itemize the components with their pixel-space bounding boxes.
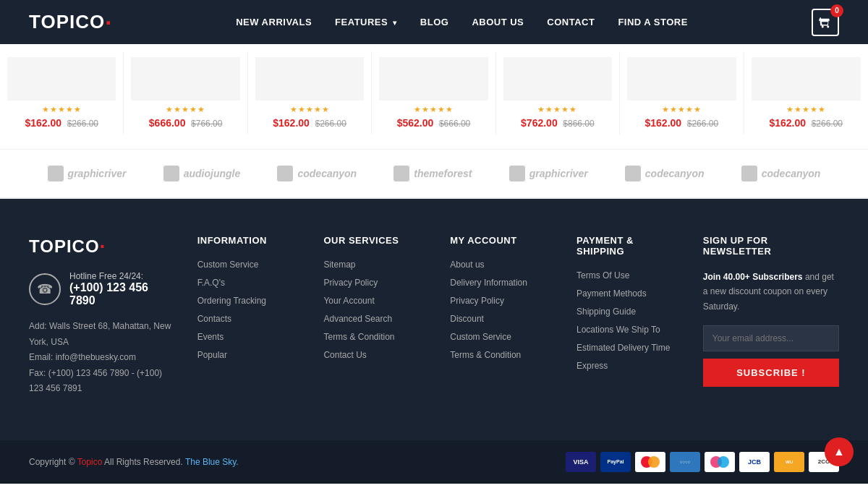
star-rating: ★★★★★ xyxy=(503,105,612,114)
brand-graphicriver-1[interactable]: graphicriver xyxy=(48,166,127,181)
footer-link[interactable]: Ordering Tracking xyxy=(197,296,266,306)
brand-codecanyon-1[interactable]: codecanyon xyxy=(277,166,357,181)
list-item[interactable]: Express xyxy=(576,360,681,371)
footer-link[interactable]: Privacy Policy xyxy=(450,296,504,306)
cart-badge: 0 xyxy=(830,4,843,17)
list-item[interactable]: Contacts xyxy=(197,313,302,324)
product-card[interactable]: ★★★★★ $762.00 $866.00 xyxy=(496,51,620,134)
nav-item-about[interactable]: ABOUT US xyxy=(472,17,524,27)
list-item[interactable]: Your Account xyxy=(323,295,428,306)
nav-menu: NEW ARRIVALS FEATURES ▾ BLOG ABOUT US CO… xyxy=(236,17,688,27)
orig-price: $266.00 xyxy=(67,119,98,129)
footer-link[interactable]: Payment Methods xyxy=(576,288,647,299)
brand-icon xyxy=(48,166,64,181)
cart-button[interactable]: 0 xyxy=(812,9,839,36)
footer-link[interactable]: Contact Us xyxy=(323,350,366,360)
brand-themeforest[interactable]: themeforest xyxy=(393,166,472,181)
list-item[interactable]: Events xyxy=(197,331,302,342)
footer-link[interactable]: Contacts xyxy=(197,314,231,324)
list-item[interactable]: Privacy Policy xyxy=(323,277,428,288)
footer-col-title: OUR SERVICES xyxy=(323,235,428,246)
footer-brand-col: TOPICO· ☎ Hotline Free 24/24: (+100) 123… xyxy=(29,235,176,397)
footer-link[interactable]: About us xyxy=(450,260,484,270)
payment-icon-mastercard xyxy=(635,452,665,472)
product-card[interactable]: ★★★★★ $562.00 $666.00 xyxy=(372,51,495,134)
brand-graphicriver-2[interactable]: graphicriver xyxy=(509,166,588,181)
brand-icon xyxy=(277,166,293,181)
list-item[interactable]: Terms & Condition xyxy=(450,349,555,360)
fax-line: Fax: (+100) 123 456 7890 - (+100) 123 45… xyxy=(29,366,176,397)
brand-link[interactable]: Topico xyxy=(77,457,103,467)
footer-link[interactable]: Popular xyxy=(197,350,227,360)
newsletter-title: SIGN UP FOR NEWSLETTER xyxy=(703,235,839,257)
footer-link[interactable]: Terms & Condition xyxy=(323,332,394,342)
product-card[interactable]: ★★★★★ $162.00 $266.00 xyxy=(744,51,868,134)
footer-link[interactable]: Your Account xyxy=(323,296,374,306)
nav-item-features[interactable]: FEATURES ▾ xyxy=(335,17,397,27)
footer-link[interactable]: Events xyxy=(197,332,224,342)
list-item[interactable]: Privacy Policy xyxy=(450,295,555,306)
nav-item-contact[interactable]: CONTACT xyxy=(547,17,595,27)
brand-audiojungle[interactable]: audiojungle xyxy=(163,166,241,181)
footer-link[interactable]: Shipping Guide xyxy=(576,307,636,317)
list-item[interactable]: Contact Us xyxy=(323,349,428,360)
list-item[interactable]: Ordering Tracking xyxy=(197,295,302,306)
designer-link[interactable]: The Blue Sky. xyxy=(185,457,239,467)
nav-link-find-store[interactable]: FIND A STORE xyxy=(618,17,688,27)
footer-link[interactable]: Custom Service xyxy=(197,260,259,270)
footer-logo-dot: · xyxy=(100,235,106,258)
scroll-top-button[interactable]: ▲ xyxy=(825,437,854,466)
list-item[interactable]: Payment Methods xyxy=(576,288,681,299)
product-card[interactable]: ★★★★★ $162.00 $266.00 xyxy=(0,51,124,134)
newsletter-subscribe-button[interactable]: Subscribe ! xyxy=(703,359,839,387)
nav-link-features[interactable]: FEATURES ▾ xyxy=(335,17,397,27)
nav-link-about[interactable]: ABOUT US xyxy=(472,17,524,27)
product-card[interactable]: ★★★★★ $666.00 $766.00 xyxy=(124,51,247,134)
product-card[interactable]: ★★★★★ $162.00 $266.00 xyxy=(248,51,372,134)
footer-link[interactable]: Delivery Information xyxy=(450,278,527,288)
payment-icon-visa: VISA xyxy=(566,452,596,472)
list-item[interactable]: Custom Service xyxy=(197,259,302,270)
product-image xyxy=(627,57,736,100)
list-item[interactable]: About us xyxy=(450,259,555,270)
star-rating: ★★★★★ xyxy=(752,105,861,114)
footer-link[interactable]: Advanced Search xyxy=(323,314,392,324)
nav-link-blog[interactable]: BLOG xyxy=(420,17,449,27)
payment-icon-paypal: PayPal xyxy=(600,452,631,472)
footer-link[interactable]: Estimated Delivery Time xyxy=(576,343,670,353)
brand-codecanyon-3[interactable]: codecanyon xyxy=(741,166,821,181)
nav-item-find-store[interactable]: FIND A STORE xyxy=(618,17,688,27)
footer-link[interactable]: Locations We Ship To xyxy=(576,325,660,335)
list-item[interactable]: Popular xyxy=(197,349,302,360)
nav-link-contact[interactable]: CONTACT xyxy=(547,17,595,27)
list-item[interactable]: Discount xyxy=(450,313,555,324)
nav-item-blog[interactable]: BLOG xyxy=(420,17,449,27)
payment-icons: VISA PayPal ○○○○ JCB WU 2CO xyxy=(566,452,839,472)
list-item[interactable]: Estimated Delivery Time xyxy=(576,342,681,353)
footer-link[interactable]: Express xyxy=(576,361,608,371)
brand-label: codecanyon xyxy=(297,168,357,179)
footer-link[interactable]: Privacy Policy xyxy=(323,278,378,288)
footer-link[interactable]: Custom Service xyxy=(450,332,511,342)
footer-link[interactable]: Terms Of Use xyxy=(576,270,629,281)
brand-codecanyon-2[interactable]: codecanyon xyxy=(625,166,705,181)
footer-link[interactable]: Sitemap xyxy=(323,260,355,270)
footer-logo-text: TOPICO xyxy=(29,236,100,257)
footer-link[interactable]: Discount xyxy=(450,314,484,324)
list-item[interactable]: Terms & Condition xyxy=(323,331,428,342)
list-item[interactable]: Sitemap xyxy=(323,259,428,270)
list-item[interactable]: Advanced Search xyxy=(323,313,428,324)
list-item[interactable]: Terms Of Use xyxy=(576,270,681,281)
list-item[interactable]: Custom Service xyxy=(450,331,555,342)
list-item[interactable]: Shipping Guide xyxy=(576,306,681,317)
product-card[interactable]: ★★★★★ $162.00 $266.00 xyxy=(620,51,744,134)
list-item[interactable]: Delivery Information xyxy=(450,277,555,288)
footer-link[interactable]: Terms & Condition xyxy=(450,350,521,360)
nav-item-new-arrivals[interactable]: NEW ARRIVALS xyxy=(236,17,312,27)
footer-link[interactable]: F.A.Q's xyxy=(197,278,225,288)
list-item[interactable]: F.A.Q's xyxy=(197,277,302,288)
newsletter-email-input[interactable] xyxy=(703,325,839,351)
list-item[interactable]: Locations We Ship To xyxy=(576,324,681,335)
brand-label: graphicriver xyxy=(529,168,588,179)
nav-link-new-arrivals[interactable]: NEW ARRIVALS xyxy=(236,17,312,27)
